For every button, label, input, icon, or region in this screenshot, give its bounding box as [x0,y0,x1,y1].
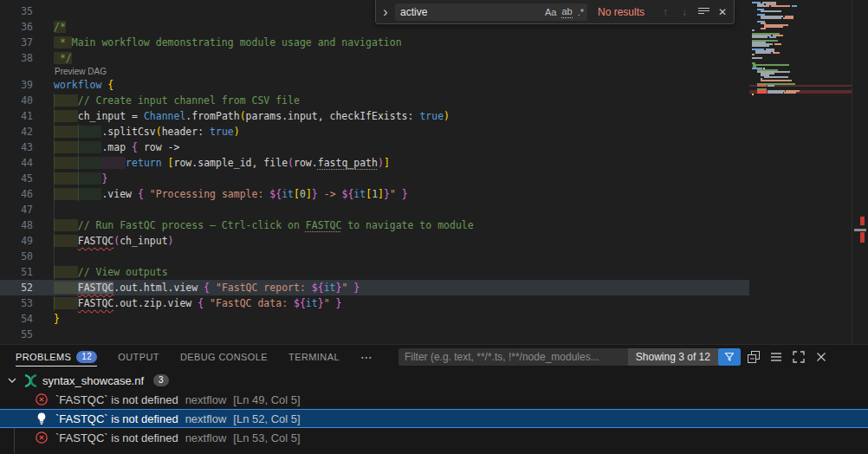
more-actions-icon[interactable]: ⋯ [360,350,372,364]
minimap[interactable] [749,0,852,344]
ruler-decoration [854,229,866,231]
problems-tree: syntax_showcase.nf 3 `FASTQC` is not def… [0,369,868,447]
code-text: FASTQC.out.zip.view { "FastQC data: ${it… [54,295,341,311]
problem-message: `FASTQC` is not defined [55,412,178,425]
problem-source: nextflow [185,412,227,425]
line-number[interactable]: 50 [0,249,54,264]
code-line[interactable]: 45 } [0,171,749,186]
problem-message: `FASTQC` is not defined [55,431,178,444]
problems-filter-input[interactable]: Filter (e.g. text, **/*.ts, !**/node_mod… [398,348,741,366]
collapse-all-icon[interactable] [744,347,763,366]
next-match-icon[interactable]: ↓ [677,6,692,18]
code-line[interactable]: 51 // View outputs [0,264,749,280]
ruler-decoration [860,217,865,225]
problem-location: [Ln 49, Col 5] [233,393,300,406]
tab-output[interactable]: OUTPUT [118,345,159,369]
minimap-line [749,95,852,97]
code-text: workflow { [54,77,113,93]
code-line[interactable]: 55 [0,327,749,342]
code-text: .splitCsv(header: true) [54,124,240,139]
line-number[interactable]: 38 [0,50,54,66]
line-number[interactable]: 46 [0,186,54,202]
code-line[interactable]: 39workflow { [0,77,749,93]
line-number[interactable]: 45 [0,171,54,186]
code-line[interactable]: 42 .splitCsv(header: true) [0,124,749,139]
tab-terminal[interactable]: TERMINAL [288,345,340,369]
filter-icon[interactable] [718,348,741,366]
line-number[interactable]: 48 [0,217,54,233]
code-text: /* [54,19,66,35]
line-number[interactable]: 49 [0,233,54,249]
codelens-preview-dag[interactable]: Preview DAG [0,66,749,77]
code-line[interactable]: 44 return [row.sample_id, file(row.fastq… [0,155,749,171]
line-number[interactable]: 41 [0,108,54,124]
code-line[interactable]: 49 FASTQC(ch_input) [0,233,749,249]
line-number[interactable]: 51 [0,264,54,280]
line-number[interactable]: 52 [0,280,54,295]
find-in-selection-icon[interactable] [696,6,711,18]
line-number[interactable]: 43 [0,139,54,155]
regex-icon[interactable]: .* [578,7,584,17]
search-input[interactable]: active Aa ab .* [395,3,587,21]
problems-file-group[interactable]: syntax_showcase.nf 3 [0,371,868,390]
view-as-table-icon[interactable] [767,347,786,366]
code-line[interactable]: 37 * Main workflow demonstrating module … [0,35,749,50]
line-number[interactable]: 42 [0,124,54,139]
code-line[interactable]: 53 FASTQC.out.zip.view { "FastQC data: $… [0,295,749,311]
line-number[interactable]: 47 [0,202,54,217]
code-text: } [54,311,60,327]
maximize-panel-icon[interactable] [789,347,808,366]
editor: 3536/*37 * Main workflow demonstrating m… [0,0,868,344]
code-line[interactable]: 54} [0,311,749,327]
line-number[interactable]: 44 [0,155,54,171]
code-line[interactable]: 48 // Run FastQC process – Ctrl-click on… [0,217,749,233]
find-results-count: No results [598,6,654,18]
line-number[interactable]: 37 [0,35,54,50]
code-line[interactable]: 52 FASTQC.out.html.view { "FastQC report… [0,280,749,295]
previous-match-icon[interactable]: ↑ [657,6,673,18]
code-line[interactable]: 47 [0,202,749,217]
code-text: .map { row -> [54,139,179,155]
error-icon [35,431,49,444]
code-line[interactable]: 41 ch_input = Channel.fromPath(params.in… [0,108,749,124]
filter-count-badge: Showing 3 of 12 [628,348,718,366]
code-line[interactable]: 50 [0,249,749,264]
close-find-icon[interactable]: ✕ [715,6,730,18]
code-line[interactable]: 40 // Create input channel from CSV file [0,93,749,108]
tab-problems[interactable]: PROBLEMS12 [16,345,97,369]
line-number[interactable]: 54 [0,311,54,327]
problem-row[interactable]: `FASTQC` is not definednextflow[Ln 53, C… [0,428,868,447]
line-number[interactable]: 55 [0,327,54,342]
code-area[interactable]: 3536/*37 * Main workflow demonstrating m… [0,0,749,344]
code-line[interactable]: 43 .map { row -> [0,139,749,155]
problem-source: nextflow [185,393,227,406]
line-number[interactable]: 36 [0,19,54,35]
problems-badge: 12 [76,351,97,363]
match-case-icon[interactable]: Aa [545,7,556,17]
code-line[interactable]: 46 .view { "Processing sample: ${it[0]} … [0,186,749,202]
close-panel-icon[interactable] [812,347,831,366]
search-query: active [400,6,540,18]
code-text: FASTQC(ch_input) [54,233,174,249]
line-number[interactable]: 40 [0,93,54,108]
overview-ruler[interactable] [852,0,868,344]
line-number[interactable]: 39 [0,77,54,93]
problem-location: [Ln 52, Col 5] [233,412,300,425]
code-line[interactable]: 38 */ [0,50,749,66]
ruler-decoration [860,232,865,243]
lightbulb-icon[interactable] [35,412,49,425]
whole-word-icon[interactable]: ab [561,6,572,18]
tab-debug-console[interactable]: DEBUG CONSOLE [180,345,268,369]
code-text: } [54,171,107,186]
chevron-down-icon [5,373,19,387]
error-icon [35,392,49,406]
line-number[interactable]: 53 [0,295,54,311]
code-text: return [row.sample_id, file(row.fastq_pa… [54,155,390,171]
line-number[interactable]: 35 [0,3,54,19]
problem-row[interactable]: `FASTQC` is not definednextflow[Ln 49, C… [0,390,868,409]
code-text: // Run FastQC process – Ctrl-click on FA… [54,217,474,233]
problem-row[interactable]: `FASTQC` is not definednextflow[Ln 52, C… [0,409,868,428]
code-text: * Main workflow demonstrating module usa… [54,35,402,50]
code-text: // Create input channel from CSV file [54,93,300,108]
toggle-replace-icon[interactable]: › [379,4,392,20]
